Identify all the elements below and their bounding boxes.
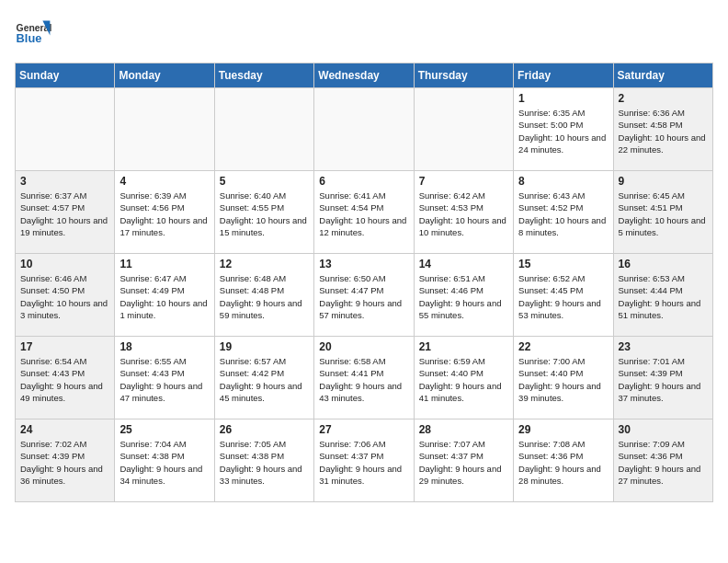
day-info: Sunrise: 6:37 AMSunset: 4:57 PMDaylight:… (20, 190, 109, 238)
calendar-cell: 17Sunrise: 6:54 AMSunset: 4:43 PMDayligh… (16, 337, 115, 419)
day-info: Sunrise: 6:39 AMSunset: 4:56 PMDaylight:… (119, 190, 209, 238)
calendar-cell: 16Sunrise: 6:53 AMSunset: 4:44 PMDayligh… (613, 254, 712, 337)
day-number: 21 (419, 340, 508, 353)
day-number: 27 (319, 423, 408, 436)
day-number: 7 (419, 175, 508, 188)
day-info: Sunrise: 6:54 AMSunset: 4:43 PMDaylight:… (20, 355, 109, 404)
calendar-cell: 21Sunrise: 6:59 AMSunset: 4:40 PMDayligh… (414, 337, 513, 419)
day-number: 11 (119, 258, 209, 270)
day-info: Sunrise: 6:55 AMSunset: 4:43 PMDaylight:… (119, 355, 209, 404)
day-info: Sunrise: 6:42 AMSunset: 4:53 PMDaylight:… (419, 190, 508, 238)
calendar-cell: 25Sunrise: 7:04 AMSunset: 4:38 PMDayligh… (115, 419, 214, 502)
weekday-header-saturday: Saturday (613, 63, 712, 88)
day-number: 9 (619, 175, 708, 188)
day-number: 1 (518, 92, 608, 105)
day-info: Sunrise: 6:57 AMSunset: 4:42 PMDaylight:… (220, 355, 309, 404)
day-number: 29 (518, 423, 608, 436)
day-number: 5 (220, 175, 309, 188)
calendar-cell: 14Sunrise: 6:51 AMSunset: 4:46 PMDayligh… (414, 254, 513, 337)
day-number: 19 (220, 340, 309, 353)
weekday-header-friday: Friday (514, 63, 613, 88)
day-info: Sunrise: 6:53 AMSunset: 4:44 PMDaylight:… (619, 272, 708, 321)
day-number: 3 (20, 175, 109, 188)
calendar-cell: 18Sunrise: 6:55 AMSunset: 4:43 PMDayligh… (115, 337, 214, 419)
weekday-header-row: SundayMondayTuesdayWednesdayThursdayFrid… (16, 63, 713, 88)
day-number: 28 (419, 423, 508, 436)
day-number: 6 (319, 175, 408, 188)
calendar-cell: 1Sunrise: 6:35 AMSunset: 5:00 PMDaylight… (514, 88, 613, 171)
day-info: Sunrise: 7:06 AMSunset: 4:37 PMDaylight:… (319, 438, 408, 487)
calendar-cell: 5Sunrise: 6:40 AMSunset: 4:55 PMDaylight… (214, 171, 313, 254)
day-info: Sunrise: 6:41 AMSunset: 4:54 PMDaylight:… (319, 190, 408, 238)
day-info: Sunrise: 7:07 AMSunset: 4:37 PMDaylight:… (419, 438, 508, 487)
svg-text:Blue: Blue (17, 31, 42, 45)
day-info: Sunrise: 7:09 AMSunset: 4:36 PMDaylight:… (619, 438, 708, 487)
day-number: 23 (619, 340, 708, 353)
calendar-cell: 10Sunrise: 6:46 AMSunset: 4:50 PMDayligh… (16, 254, 115, 337)
day-number: 10 (20, 258, 109, 270)
calendar-cell (314, 88, 414, 171)
day-number: 15 (518, 258, 608, 270)
week-row-5: 24Sunrise: 7:02 AMSunset: 4:39 PMDayligh… (16, 419, 713, 502)
calendar-cell: 9Sunrise: 6:45 AMSunset: 4:51 PMDaylight… (613, 171, 712, 254)
day-info: Sunrise: 7:04 AMSunset: 4:38 PMDaylight:… (119, 438, 209, 487)
day-info: Sunrise: 6:40 AMSunset: 4:55 PMDaylight:… (220, 190, 309, 238)
day-info: Sunrise: 6:36 AMSunset: 4:58 PMDaylight:… (619, 107, 708, 155)
week-row-2: 3Sunrise: 6:37 AMSunset: 4:57 PMDaylight… (16, 171, 713, 254)
calendar-cell: 7Sunrise: 6:42 AMSunset: 4:53 PMDaylight… (414, 171, 513, 254)
day-info: Sunrise: 6:51 AMSunset: 4:46 PMDaylight:… (419, 272, 508, 321)
calendar-cell: 2Sunrise: 6:36 AMSunset: 4:58 PMDaylight… (613, 88, 712, 171)
day-number: 16 (619, 258, 708, 270)
page-header: General Blue (15, 15, 713, 52)
calendar-cell: 29Sunrise: 7:08 AMSunset: 4:36 PMDayligh… (514, 419, 613, 502)
calendar-cell: 19Sunrise: 6:57 AMSunset: 4:42 PMDayligh… (214, 337, 313, 419)
day-info: Sunrise: 7:01 AMSunset: 4:39 PMDaylight:… (619, 355, 708, 404)
day-number: 25 (119, 423, 209, 436)
day-number: 12 (220, 258, 309, 270)
day-number: 24 (20, 423, 109, 436)
calendar-cell (214, 88, 313, 171)
day-number: 22 (518, 340, 608, 353)
day-number: 26 (220, 423, 309, 436)
weekday-header-tuesday: Tuesday (214, 63, 313, 88)
calendar-cell: 28Sunrise: 7:07 AMSunset: 4:37 PMDayligh… (414, 419, 513, 502)
day-info: Sunrise: 6:47 AMSunset: 4:49 PMDaylight:… (119, 272, 209, 321)
calendar-cell: 4Sunrise: 6:39 AMSunset: 4:56 PMDaylight… (115, 171, 214, 254)
day-number: 18 (119, 340, 209, 353)
day-number: 20 (319, 340, 408, 353)
day-info: Sunrise: 6:58 AMSunset: 4:41 PMDaylight:… (319, 355, 408, 404)
calendar-cell: 30Sunrise: 7:09 AMSunset: 4:36 PMDayligh… (613, 419, 712, 502)
calendar-cell: 26Sunrise: 7:05 AMSunset: 4:38 PMDayligh… (214, 419, 313, 502)
day-info: Sunrise: 6:50 AMSunset: 4:47 PMDaylight:… (319, 272, 408, 321)
calendar-cell (414, 88, 513, 171)
day-number: 14 (419, 258, 508, 270)
day-number: 13 (319, 258, 408, 270)
week-row-1: 1Sunrise: 6:35 AMSunset: 5:00 PMDaylight… (16, 88, 713, 171)
day-info: Sunrise: 7:08 AMSunset: 4:36 PMDaylight:… (518, 438, 608, 487)
day-info: Sunrise: 6:45 AMSunset: 4:51 PMDaylight:… (619, 190, 708, 238)
calendar-cell: 27Sunrise: 7:06 AMSunset: 4:37 PMDayligh… (314, 419, 414, 502)
weekday-header-monday: Monday (115, 63, 214, 88)
calendar-cell: 13Sunrise: 6:50 AMSunset: 4:47 PMDayligh… (314, 254, 414, 337)
day-number: 17 (20, 340, 109, 353)
calendar-cell (16, 88, 115, 171)
day-info: Sunrise: 6:48 AMSunset: 4:48 PMDaylight:… (220, 272, 309, 321)
day-info: Sunrise: 7:05 AMSunset: 4:38 PMDaylight:… (220, 438, 309, 487)
calendar-cell: 11Sunrise: 6:47 AMSunset: 4:49 PMDayligh… (115, 254, 214, 337)
weekday-header-sunday: Sunday (16, 63, 115, 88)
calendar-cell: 15Sunrise: 6:52 AMSunset: 4:45 PMDayligh… (514, 254, 613, 337)
week-row-4: 17Sunrise: 6:54 AMSunset: 4:43 PMDayligh… (16, 337, 713, 419)
day-number: 30 (619, 423, 708, 436)
day-info: Sunrise: 6:46 AMSunset: 4:50 PMDaylight:… (20, 272, 109, 321)
weekday-header-wednesday: Wednesday (314, 63, 414, 88)
calendar-cell: 23Sunrise: 7:01 AMSunset: 4:39 PMDayligh… (613, 337, 712, 419)
logo: General Blue (15, 15, 55, 52)
day-number: 2 (619, 92, 708, 105)
day-info: Sunrise: 7:00 AMSunset: 4:40 PMDaylight:… (518, 355, 608, 404)
weekday-header-thursday: Thursday (414, 63, 513, 88)
week-row-3: 10Sunrise: 6:46 AMSunset: 4:50 PMDayligh… (16, 254, 713, 337)
calendar-cell: 20Sunrise: 6:58 AMSunset: 4:41 PMDayligh… (314, 337, 414, 419)
calendar-cell: 8Sunrise: 6:43 AMSunset: 4:52 PMDaylight… (514, 171, 613, 254)
day-info: Sunrise: 6:59 AMSunset: 4:40 PMDaylight:… (419, 355, 508, 404)
calendar-table: SundayMondayTuesdayWednesdayThursdayFrid… (15, 63, 713, 502)
